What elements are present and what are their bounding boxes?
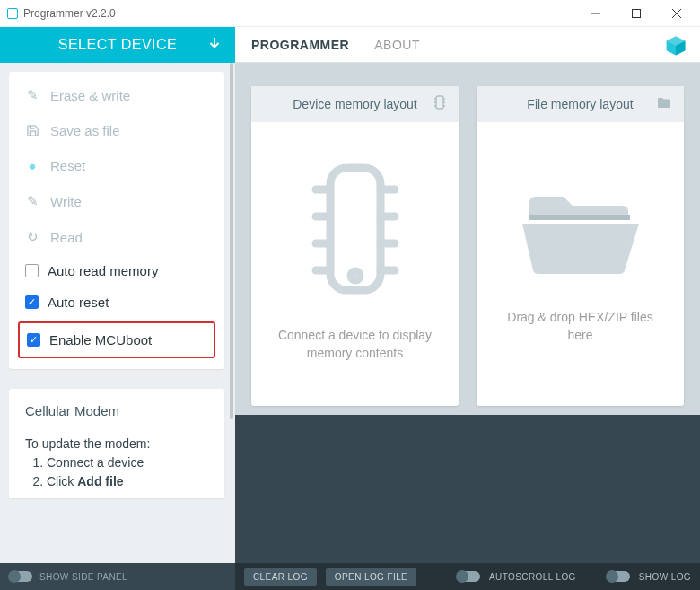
show-side-panel-toggle[interactable]	[9, 571, 32, 582]
main-bottom-bar: CLEAR LOG OPEN LOG FILE AUTOSCROLL LOG S…	[235, 563, 700, 590]
floppy-icon	[25, 124, 39, 137]
write-button[interactable]: ✎ Write	[9, 183, 224, 219]
erase-write-button[interactable]: ✎ Erase & write	[9, 77, 224, 113]
enable-mcuboot-highlight: ✓ Enable MCUboot	[18, 321, 215, 358]
action-label: Write	[50, 194, 82, 209]
checkbox-label: Auto read memory	[48, 263, 158, 278]
checkbox-label: Enable MCUboot	[49, 332, 152, 348]
show-side-panel-label: SHOW SIDE PANEL	[39, 572, 127, 582]
modem-title: Cellular Modem	[25, 401, 208, 422]
file-memory-card[interactable]: File memory layout Drag & drop HEX/ZIP f…	[477, 86, 684, 406]
modem-step2-bold: Add file	[77, 474, 123, 489]
file-card-msg: Drag & drop HEX/ZIP files here	[494, 309, 666, 344]
modem-step2-prefix: Click	[47, 474, 77, 489]
pencil-icon: ✎	[25, 87, 39, 103]
app-icon	[7, 8, 18, 19]
maximize-button[interactable]	[616, 1, 656, 26]
chip-icon	[311, 157, 400, 304]
file-card-body: Drag & drop HEX/ZIP files here	[477, 122, 684, 406]
minimize-button[interactable]	[575, 1, 616, 26]
clear-log-button[interactable]: CLEAR LOG	[244, 568, 317, 586]
svg-point-24	[351, 271, 360, 280]
autoscroll-label: AUTOSCROLL LOG	[489, 572, 576, 582]
titlebar-left: Programmer v2.2.0	[7, 7, 116, 20]
action-label: Read	[50, 230, 83, 245]
chip-small-icon	[433, 94, 446, 114]
modem-intro: To update the modem:	[25, 435, 208, 454]
window-titlebar: Programmer v2.2.0	[0, 0, 700, 27]
dot-icon: ●	[25, 158, 39, 173]
reset-button[interactable]: ● Reset	[9, 148, 224, 183]
checkbox-icon: ✓	[25, 295, 39, 309]
select-device-button[interactable]: SELECT DEVICE	[0, 27, 235, 63]
pencil-icon: ✎	[25, 193, 39, 209]
folder-small-icon	[657, 96, 671, 112]
open-log-file-button[interactable]: OPEN LOG FILE	[326, 568, 416, 586]
content-area: Device memory layout Connect a device to…	[235, 63, 700, 415]
top-nav: PROGRAMMER ABOUT	[235, 27, 700, 63]
sidebar-bottom-bar: SHOW SIDE PANEL	[0, 563, 235, 590]
close-button[interactable]	[656, 1, 696, 26]
checkbox-label: Auto reset	[48, 295, 109, 310]
show-log-toggle[interactable]	[607, 571, 630, 582]
save-as-file-button[interactable]: Save as file	[9, 113, 224, 148]
file-card-header: File memory layout	[477, 86, 684, 122]
sidebar: SELECT DEVICE ✎ Erase & write Save as fi…	[0, 27, 235, 590]
device-card-body: Connect a device to display memory conte…	[251, 122, 459, 406]
action-label: Save as file	[50, 123, 120, 138]
action-label: Reset	[50, 158, 85, 173]
main-area: PROGRAMMER ABOUT Device memory layout	[235, 27, 700, 590]
svg-rect-8	[436, 96, 443, 109]
modem-step-1: Connect a device	[47, 454, 208, 472]
svg-rect-1	[632, 9, 640, 17]
read-button[interactable]: ↻ Read	[9, 219, 224, 255]
file-card-title: File memory layout	[527, 97, 633, 111]
actions-panel: ✎ Erase & write Save as file ● Reset ✎ W…	[9, 72, 224, 369]
device-card-title: Device memory layout	[293, 97, 417, 111]
nordic-logo-icon	[664, 34, 687, 60]
enable-mcuboot-checkbox[interactable]: ✓ Enable MCUboot	[25, 327, 208, 353]
checkbox-icon	[25, 264, 39, 277]
device-card-header: Device memory layout	[251, 86, 459, 122]
tab-programmer[interactable]: PROGRAMMER	[251, 38, 349, 52]
modem-step-2: Click Add file	[47, 472, 208, 491]
folder-open-icon	[513, 175, 648, 286]
action-label: Erase & write	[50, 88, 130, 103]
auto-reset-checkbox[interactable]: ✓ Auto reset	[9, 286, 224, 318]
window-title: Programmer v2.2.0	[23, 7, 116, 20]
arrow-down-icon	[206, 35, 223, 55]
autoscroll-toggle[interactable]	[457, 571, 480, 582]
checkbox-icon: ✓	[27, 333, 40, 347]
show-log-label: SHOW LOG	[639, 572, 691, 582]
tab-about[interactable]: ABOUT	[374, 38, 420, 52]
select-device-label: SELECT DEVICE	[58, 37, 177, 53]
device-memory-card: Device memory layout Connect a device to…	[251, 86, 459, 406]
sidebar-scroll: ✎ Erase & write Save as file ● Reset ✎ W…	[0, 63, 235, 563]
log-area	[235, 415, 700, 563]
device-card-msg: Connect a device to display memory conte…	[269, 327, 441, 362]
refresh-icon: ↻	[25, 229, 39, 245]
window-controls	[575, 1, 696, 26]
cellular-modem-panel: Cellular Modem To update the modem: Conn…	[9, 389, 224, 498]
auto-read-checkbox[interactable]: Auto read memory	[9, 255, 224, 286]
